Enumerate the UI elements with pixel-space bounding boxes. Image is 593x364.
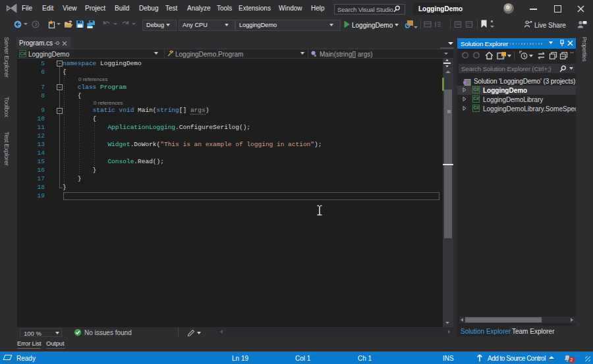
svg-text:a: a bbox=[314, 53, 317, 57]
